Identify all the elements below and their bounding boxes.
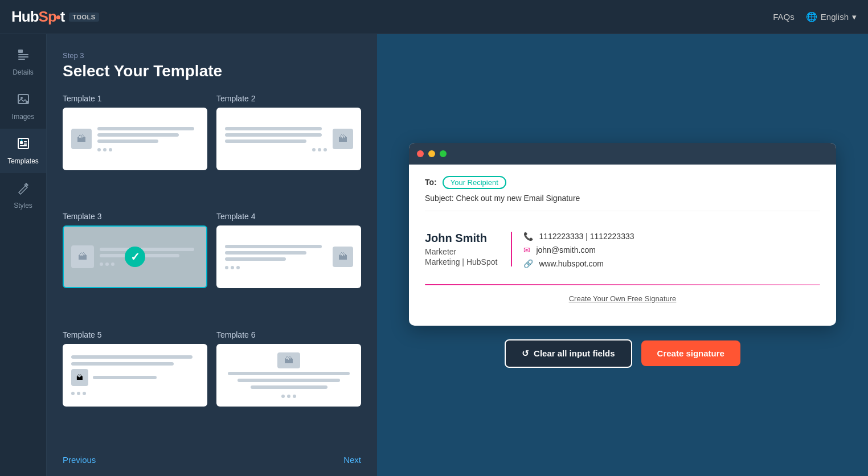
svg-rect-6 — [26, 101, 28, 104]
template-card-5[interactable]: 🏔 — [63, 344, 207, 407]
step-label: Step 3 — [63, 51, 361, 60]
signature-divider — [425, 284, 820, 285]
template-card-6[interactable]: 🏔 — [216, 344, 361, 407]
template-6-label: Template 6 — [216, 330, 361, 339]
to-label: To: — [425, 178, 437, 187]
svg-rect-0 — [18, 50, 23, 53]
previous-link[interactable]: Previous — [63, 455, 96, 465]
refresh-icon: ↺ — [522, 348, 529, 359]
email-icon: ✉ — [523, 245, 530, 255]
template-2-img-icon: 🏔 — [338, 134, 347, 144]
email-to-row: To: Your Recipient — [425, 176, 820, 189]
sidebar: Details Images — [0, 34, 47, 476]
web-icon: 🔗 — [523, 259, 533, 268]
templates-icon — [17, 137, 30, 154]
create-signature-button[interactable]: Create signature — [641, 340, 740, 366]
phone-icon: 📞 — [523, 232, 533, 241]
sidebar-item-images[interactable]: Images — [0, 84, 46, 129]
clear-button-label: Clear all input fields — [534, 348, 615, 358]
signature-left: John Smith Marketer Marketing | HubSpot — [425, 232, 512, 266]
template-5-label: Template 5 — [63, 330, 207, 339]
language-selector[interactable]: 🌐 English ▾ — [806, 11, 857, 22]
sidebar-templates-label: Templates — [7, 157, 39, 165]
email-window: To: Your Recipient Subject: Check out my… — [409, 143, 836, 326]
sig-email: john@smith.com — [536, 245, 595, 255]
tools-badge: TOOLS — [69, 13, 99, 22]
sig-phone: 1112223333 | 1112223333 — [539, 232, 634, 241]
window-titlebar — [409, 143, 836, 165]
clear-button[interactable]: ↺ Clear all input fields — [505, 339, 632, 368]
next-link[interactable]: Next — [343, 455, 361, 465]
template-card-1[interactable]: 🏔 — [63, 108, 207, 170]
content-panel: Step 3 Select Your Template Template 1 🏔 — [47, 34, 377, 476]
template-item-3[interactable]: Template 3 ✓ 🏔 — [63, 212, 207, 321]
template-item-6[interactable]: Template 6 🏔 — [216, 330, 361, 439]
signature-block: John Smith Marketer Marketing | HubSpot … — [425, 220, 820, 280]
logo: HubSpt TOOLS — [11, 8, 99, 26]
top-navigation: HubSpt TOOLS FAQs 🌐 English ▾ — [0, 0, 868, 34]
template-3-check: ✓ — [125, 247, 145, 267]
template-5-img-icon: 🏔 — [76, 374, 83, 381]
template-item-1[interactable]: Template 1 🏔 — [63, 94, 207, 203]
svg-rect-2 — [18, 56, 28, 58]
svg-rect-9 — [24, 141, 27, 142]
content-bottom-nav: Previous Next — [63, 445, 361, 476]
signature-right: 📞 1112223333 | 1112223333 ✉ john@smith.c… — [523, 232, 634, 268]
template-item-5[interactable]: Template 5 🏔 — [63, 330, 207, 439]
details-icon — [17, 48, 30, 65]
sidebar-item-templates[interactable]: Templates — [0, 129, 46, 173]
sig-name: John Smith — [425, 232, 497, 245]
sidebar-images-label: Images — [12, 113, 34, 121]
logo-text: HubSpt — [11, 8, 64, 26]
template-4-img-icon: 🏔 — [338, 252, 347, 262]
sig-title: Marketer — [425, 247, 497, 256]
section-title: Select Your Template — [63, 62, 361, 80]
svg-rect-7 — [18, 138, 28, 149]
sig-website: www.hubspot.com — [539, 259, 604, 268]
faqs-link[interactable]: FAQs — [773, 12, 795, 22]
main-layout: Details Images — [0, 34, 868, 476]
template-card-3[interactable]: ✓ 🏔 — [63, 225, 207, 288]
template-card-2[interactable]: 🏔 — [216, 108, 361, 170]
sig-company: Marketing | HubSpot — [425, 257, 497, 266]
styles-icon — [17, 181, 30, 198]
sidebar-item-details[interactable]: Details — [0, 40, 46, 84]
template-3-img-icon: 🏔 — [78, 252, 87, 262]
svg-point-12 — [21, 139, 22, 141]
template-1-label: Template 1 — [63, 94, 207, 103]
email-subject: Subject: Check out my new Email Signatur… — [425, 194, 820, 211]
template-1-img-icon: 🏔 — [77, 134, 86, 144]
language-label: English — [821, 12, 849, 22]
svg-rect-11 — [20, 145, 27, 146]
images-icon — [17, 92, 30, 109]
globe-icon: 🌐 — [806, 11, 817, 22]
sidebar-item-styles[interactable]: Styles — [0, 173, 46, 218]
chevron-down-icon: ▾ — [852, 12, 857, 22]
template-4-label: Template 4 — [216, 212, 361, 221]
svg-rect-3 — [18, 59, 25, 60]
recipient-badge: Your Recipient — [443, 176, 506, 189]
svg-rect-1 — [18, 54, 28, 55]
create-own-link[interactable]: Create Your Own Free Signature — [425, 294, 820, 309]
sidebar-styles-label: Styles — [14, 202, 32, 210]
template-item-4[interactable]: Template 4 🏔 — [216, 212, 361, 321]
sig-phone-row: 📞 1112223333 | 1112223333 — [523, 232, 634, 241]
sig-website-row: 🔗 www.hubspot.com — [523, 259, 634, 268]
templates-grid: Template 1 🏔 Template 2 — [63, 94, 361, 439]
email-content: To: Your Recipient Subject: Check out my… — [409, 165, 836, 326]
window-minimize-btn — [428, 150, 435, 157]
template-2-label: Template 2 — [216, 94, 361, 103]
sidebar-details-label: Details — [13, 68, 34, 76]
window-maximize-btn — [440, 150, 447, 157]
template-item-2[interactable]: Template 2 🏔 — [216, 94, 361, 203]
template-card-4[interactable]: 🏔 — [216, 225, 361, 288]
preview-area: To: Your Recipient Subject: Check out my… — [377, 34, 868, 476]
template-6-img-icon: 🏔 — [284, 355, 293, 366]
sig-email-row: ✉ john@smith.com — [523, 245, 634, 255]
window-close-btn — [417, 150, 424, 157]
action-buttons: ↺ Clear all input fields Create signatur… — [505, 339, 740, 368]
template-3-label: Template 3 — [63, 212, 207, 221]
svg-rect-8 — [20, 141, 23, 144]
svg-rect-10 — [24, 143, 27, 145]
